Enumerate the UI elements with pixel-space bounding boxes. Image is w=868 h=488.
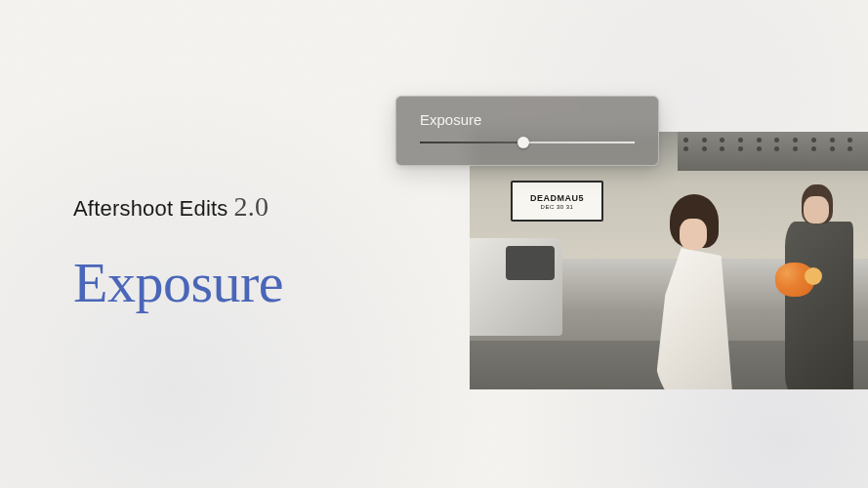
slider-thumb[interactable]: [517, 137, 529, 148]
photo-marquee-sign: DEADMAU5 DEC 30 31: [511, 181, 603, 222]
exposure-slider-panel: Exposure: [395, 96, 659, 166]
photo-bride: [645, 194, 733, 389]
photo-scene: DEADMAU5 DEC 30 31: [470, 132, 868, 389]
product-version: 2.0: [234, 191, 269, 223]
sample-photo: DEADMAU5 DEC 30 31: [470, 132, 868, 389]
product-subtitle: Aftershoot Edits 2.0: [73, 191, 283, 223]
marquee-subtext: DEC 30 31: [541, 204, 574, 210]
slider-label: Exposure: [420, 111, 635, 128]
photo-car: [470, 238, 562, 336]
feature-title: Exposure: [73, 250, 283, 315]
photo-ceiling: [678, 132, 868, 171]
feature-text-block: Aftershoot Edits 2.0 Exposure: [73, 191, 283, 315]
product-name: Aftershoot Edits: [73, 196, 228, 222]
marquee-text: DEADMAU5: [530, 193, 584, 203]
photo-bouquet: [775, 263, 814, 297]
exposure-slider[interactable]: [420, 142, 635, 143]
